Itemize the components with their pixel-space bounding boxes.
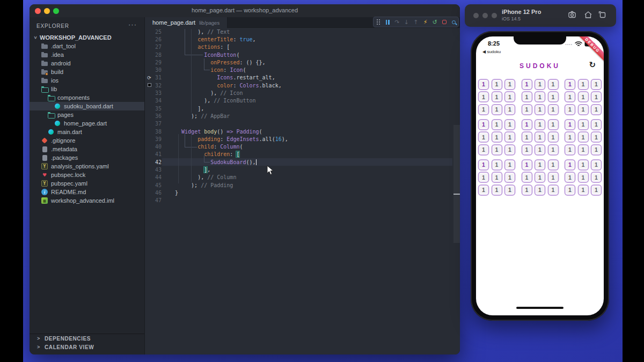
sudoku-cell[interactable]: 1	[547, 79, 559, 90]
sudoku-cell[interactable]: 1	[565, 119, 576, 130]
code-line[interactable]: 41 children: [	[145, 151, 460, 158]
sudoku-cell[interactable]: 1	[577, 119, 589, 130]
sudoku-cell[interactable]: 1	[591, 79, 602, 90]
sidebar-item-analysis-options-yaml[interactable]: Yanalysis_options.yaml	[30, 162, 144, 171]
status-bar-back-label[interactable]: ◀ sudoku	[482, 49, 501, 54]
sudoku-cell[interactable]: 1	[535, 172, 546, 183]
sim-close-button[interactable]	[473, 13, 479, 18]
sudoku-cell[interactable]: 1	[591, 144, 602, 156]
section-dependencies[interactable]: >DEPENDENCIES	[30, 334, 144, 343]
sudoku-cell[interactable]: 1	[504, 172, 516, 183]
screenshot-icon[interactable]	[568, 11, 577, 21]
code-line[interactable]: 35 ],	[145, 105, 460, 112]
code-line[interactable]: 27 actions: [	[145, 43, 460, 51]
sudoku-cell[interactable]: 1	[504, 119, 516, 130]
sudoku-cell[interactable]: 1	[521, 79, 532, 90]
sudoku-cell[interactable]: 1	[491, 91, 502, 102]
sidebar-item-main-dart[interactable]: main.dart	[30, 128, 144, 136]
tab-home-page[interactable]: home_page.dart lib/pages	[145, 17, 228, 28]
sudoku-cell[interactable]: 1	[577, 104, 589, 115]
sidebar-item-ios[interactable]: ios	[30, 76, 144, 85]
sidebar-item-lib[interactable]: lib	[30, 85, 144, 93]
sudoku-cell[interactable]: 1	[478, 144, 489, 156]
sidebar-item-sudoku-board-dart[interactable]: sudoku_board.dart	[30, 102, 144, 110]
sidebar-item-pages[interactable]: pages	[30, 110, 144, 119]
sudoku-cell[interactable]: 1	[478, 104, 489, 115]
sim-zoom-button[interactable]	[492, 13, 497, 18]
sudoku-cell[interactable]: 1	[521, 172, 532, 183]
code-editor[interactable]: 25 ), // Text26 centerTitle: true,27 act…	[145, 28, 460, 354]
sudoku-cell[interactable]: 1	[491, 184, 502, 196]
sudoku-cell[interactable]: 1	[591, 91, 602, 102]
sudoku-cell[interactable]: 1	[535, 131, 546, 143]
sudoku-cell[interactable]: 1	[577, 159, 589, 171]
sudoku-cell[interactable]: 1	[478, 91, 489, 102]
sudoku-cell[interactable]: 1	[491, 79, 502, 90]
sidebar-item--dart-tool[interactable]: .dart_tool	[30, 42, 144, 50]
sidebar-item-pubspec-yaml[interactable]: Ypubspec.yaml	[30, 179, 144, 188]
code-line[interactable]: 34 ), // IconButton	[145, 97, 460, 105]
sudoku-cell[interactable]: 1	[565, 159, 576, 171]
pause-icon[interactable]	[384, 19, 391, 26]
code-line[interactable]: 43 ],	[145, 166, 460, 173]
code-line[interactable]: 32 color: Colors.black,	[145, 82, 460, 89]
code-line[interactable]: 42 SudokuBoard(),	[145, 158, 460, 166]
sim-minimize-button[interactable]	[482, 13, 488, 18]
sudoku-cell[interactable]: 1	[521, 119, 532, 130]
sidebar-item--gitignore[interactable]: .gitignore	[30, 136, 144, 145]
sidebar-item-home-page-dart[interactable]: home_page.dart	[30, 119, 144, 128]
sudoku-cell[interactable]: 1	[521, 131, 532, 143]
sudoku-cell[interactable]: 1	[521, 144, 532, 156]
sudoku-cell[interactable]: 1	[547, 184, 559, 196]
grip-icon[interactable]	[375, 19, 382, 26]
sudoku-cell[interactable]: 1	[535, 79, 546, 90]
restart-icon[interactable]: ↺	[431, 19, 438, 26]
sudoku-cell[interactable]: 1	[478, 131, 489, 143]
sudoku-cell[interactable]: 1	[535, 144, 546, 156]
sudoku-cell[interactable]: 1	[547, 159, 559, 171]
sudoku-cell[interactable]: 1	[491, 131, 502, 143]
editor-area[interactable]: home_page.dart lib/pages ↷↓↑⚡↺ 25 ), // …	[145, 17, 460, 354]
sudoku-cell[interactable]: 1	[547, 91, 559, 102]
sidebar-item-android[interactable]: android	[30, 59, 144, 68]
sudoku-cell[interactable]: 1	[504, 104, 516, 115]
sidebar-item-readme-md[interactable]: iREADME.md	[30, 188, 144, 196]
stop-icon[interactable]	[441, 19, 448, 26]
inspector-icon[interactable]	[450, 19, 457, 26]
code-line[interactable]: 26 centerTitle: true,	[145, 35, 460, 43]
sudoku-cell[interactable]: 1	[491, 144, 502, 156]
sudoku-cell[interactable]: 1	[491, 104, 502, 115]
sudoku-cell[interactable]: 1	[565, 91, 576, 102]
sudoku-cell[interactable]: 1	[521, 184, 532, 196]
hot-reload-icon[interactable]: ⚡	[422, 19, 429, 26]
code-line[interactable]: 30 icon: Icon(	[145, 66, 460, 73]
sudoku-cell[interactable]: 1	[504, 184, 516, 196]
section-calendar-view[interactable]: >CALENDAR VIEW	[30, 343, 144, 351]
sudoku-cell[interactable]: 1	[547, 144, 559, 156]
code-line[interactable]: 28 IconButton(	[145, 51, 460, 58]
step-into-icon[interactable]: ↓	[403, 19, 410, 26]
sudoku-cell[interactable]: 1	[577, 184, 589, 196]
explorer-more-actions-button[interactable]: ···	[128, 20, 137, 28]
sudoku-cell[interactable]: 1	[504, 79, 516, 90]
sudoku-cell[interactable]: 1	[565, 79, 576, 90]
sidebar-item--packages[interactable]: .packages	[30, 153, 144, 162]
sudoku-cell[interactable]: 1	[591, 119, 602, 130]
scrollbar[interactable]	[453, 125, 460, 243]
sudoku-cell[interactable]: 1	[478, 172, 489, 183]
sudoku-cell[interactable]: 1	[565, 144, 576, 156]
sudoku-cell[interactable]: 1	[591, 104, 602, 115]
sudoku-cell[interactable]: 1	[535, 119, 546, 130]
code-line[interactable]: 45 ); // Padding	[145, 181, 460, 189]
sudoku-cell[interactable]: 1	[504, 131, 516, 143]
sudoku-cell[interactable]: 1	[547, 131, 559, 143]
sudoku-cell[interactable]: 1	[577, 131, 589, 143]
sudoku-cell[interactable]: 1	[521, 159, 532, 171]
sudoku-cell[interactable]: 1	[504, 91, 516, 102]
sidebar-item--idea[interactable]: .idea	[30, 50, 144, 59]
code-line[interactable]: 38 Widget body() => Padding(	[145, 128, 460, 135]
sudoku-cell[interactable]: 1	[591, 131, 602, 143]
sudoku-cell[interactable]: 1	[535, 159, 546, 171]
sidebar-item-pubspec-lock[interactable]: ♥pubspec.lock	[30, 171, 144, 179]
sudoku-cell[interactable]: 1	[491, 172, 502, 183]
